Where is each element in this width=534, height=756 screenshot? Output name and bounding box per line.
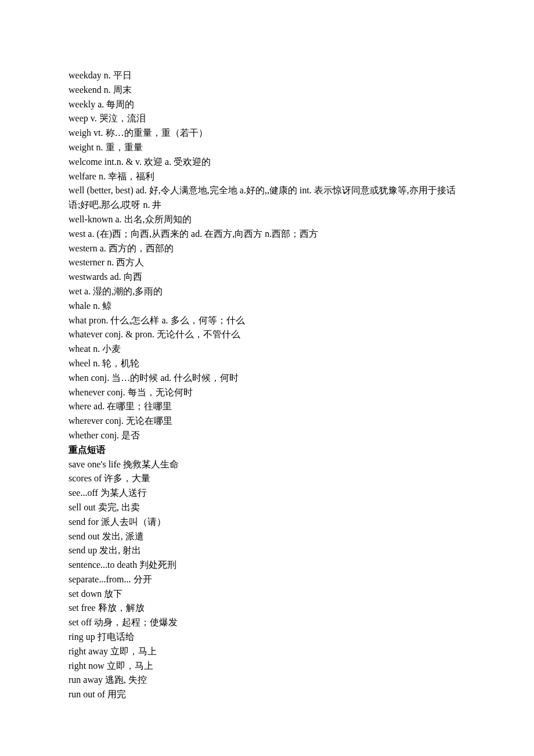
- phrase-entry: scores of 许多，大量: [68, 471, 466, 486]
- vocab-entry: wheel n. 轮，机轮: [68, 357, 466, 371]
- vocab-word: weekday: [68, 70, 102, 80]
- vocab-definition: 平日: [113, 70, 132, 80]
- vocab-entry: wet a. 湿的,潮的,多雨的: [68, 285, 466, 299]
- vocab-definition: 欢迎 a. 受欢迎的: [144, 157, 211, 167]
- vocab-definition: 无论在哪里: [126, 416, 172, 426]
- vocab-entry: west a. (在)西；向西,从西来的 ad. 在西方,向西方 n.西部；西方: [68, 227, 466, 242]
- vocab-pos: v.: [91, 113, 97, 123]
- phrase-definition: 卖完, 出卖: [98, 502, 140, 512]
- vocab-entry: westwards ad. 向西: [68, 270, 466, 285]
- vocab-definition: 小麦: [102, 344, 121, 354]
- vocab-entry: wherever conj. 无论在哪里: [68, 414, 466, 429]
- phrase-definition: 许多，大量: [104, 473, 150, 483]
- vocab-pos: n.: [104, 85, 111, 95]
- vocab-word: whether: [68, 430, 99, 440]
- phrase-definition: 立即，马上: [107, 661, 153, 671]
- vocab-word: whatever: [68, 329, 103, 339]
- vocab-entry: weigh vt. 称…的重量，重（若干）: [68, 126, 466, 141]
- phrase-entry: run away 逃跑, 失控: [68, 673, 466, 687]
- phrase-entry: separate...from... 分开: [68, 573, 466, 587]
- phrase-entry: save one's life 挽救某人生命: [68, 458, 466, 472]
- phrase-definition: 释放，解放: [98, 603, 145, 613]
- vocab-entry: weight n. 重，重量: [68, 141, 466, 155]
- phrase-entry: right away 立即，马上: [68, 645, 466, 659]
- vocab-word: weekend: [68, 85, 102, 95]
- phrase-definition: 动身，起程；使爆发: [94, 617, 178, 627]
- vocab-pos: vt.: [93, 128, 103, 138]
- vocab-entry: western a. 西方的，西部的: [68, 242, 466, 256]
- phrases-heading: 重点短语: [68, 443, 466, 458]
- document-page: weekday n. 平日weekend n. 周末weekly a. 每周的w…: [0, 0, 534, 756]
- vocab-word: well-known: [68, 214, 113, 224]
- vocab-entry: wheat n. 小麦: [68, 342, 466, 357]
- phrase-definition: 发出, 射出: [99, 545, 141, 555]
- phrase-definition: 用完: [107, 689, 126, 699]
- vocab-pos: a.: [88, 229, 94, 239]
- vocab-entry: welcome int.n. & v. 欢迎 a. 受欢迎的: [68, 155, 466, 170]
- vocab-entry: westerner n. 西方人: [68, 255, 466, 270]
- vocab-pos: ad.: [93, 401, 104, 411]
- phrase-text: separate...from...: [68, 574, 131, 584]
- phrase-text: sentence...to death: [68, 560, 137, 570]
- phrase-list: save one's life 挽救某人生命scores of 许多，大量see…: [68, 458, 466, 703]
- phrase-text: set off: [68, 617, 92, 627]
- vocab-pos: (better, best) ad.: [87, 185, 147, 195]
- phrase-text: send up: [68, 545, 97, 555]
- vocab-pos: a.: [84, 286, 91, 296]
- phrase-definition: 分开: [134, 574, 152, 584]
- vocab-entry: weekday n. 平日: [68, 69, 466, 83]
- vocab-pos: int.n. & v.: [104, 157, 142, 167]
- vocab-pos: a.: [100, 243, 106, 253]
- vocab-definition: 重，重量: [106, 142, 143, 152]
- vocab-definition: 什么,怎么样 a. 多么，何等；什么: [110, 315, 244, 325]
- vocab-definition: 每当，无论何时: [128, 387, 193, 397]
- phrase-text: set down: [68, 589, 102, 599]
- vocab-entry: weekend n. 周末: [68, 83, 466, 98]
- phrase-entry: send out 发出, 派遣: [68, 530, 466, 544]
- phrase-entry: set down 放下: [68, 587, 466, 602]
- phrase-definition: 为某人送行: [100, 488, 147, 498]
- vocab-word: welfare: [68, 171, 96, 181]
- vocab-pos: conj.: [101, 430, 120, 440]
- vocab-pos: conj.: [107, 387, 125, 397]
- vocab-definition: 出名,众所周知的: [124, 214, 192, 224]
- vocab-definition: 幸福，福利: [108, 171, 154, 181]
- phrase-entry: run out of 用完: [68, 687, 466, 702]
- vocab-entry: whenever conj. 每当，无论何时: [68, 386, 466, 400]
- phrase-definition: 挽救某人生命: [123, 459, 179, 469]
- vocab-pos: conj.: [106, 416, 124, 426]
- vocab-pos: pron.: [89, 315, 108, 325]
- phrase-entry: ring up 打电话给: [68, 630, 466, 645]
- phrase-definition: 逃跑, 失控: [105, 675, 147, 685]
- phrase-entry: set free 释放，解放: [68, 601, 466, 615]
- phrase-definition: 判处死刑: [139, 560, 176, 570]
- phrase-entry: see...off 为某人送行: [68, 486, 466, 501]
- vocab-definition: 轮，机轮: [102, 358, 139, 368]
- vocab-definition: 西方人: [116, 257, 144, 267]
- vocab-word: weep: [68, 113, 88, 123]
- vocab-word: where: [68, 401, 91, 411]
- vocab-definition: 向西: [124, 272, 142, 282]
- vocab-definition: 当…的时候 ad. 什么时候，何时: [111, 373, 239, 383]
- phrase-definition: 派人去叫（请）: [101, 517, 166, 527]
- vocab-word: weight: [68, 142, 94, 152]
- phrase-text: run out of: [68, 689, 105, 699]
- phrase-definition: 打电话给: [98, 632, 135, 642]
- vocab-word: when: [68, 373, 89, 383]
- phrase-text: scores of: [68, 473, 102, 483]
- phrase-text: set free: [68, 603, 96, 613]
- phrase-text: send for: [68, 517, 99, 527]
- vocab-word: whale: [68, 301, 91, 311]
- vocab-pos: n.: [93, 344, 100, 354]
- vocab-pos: n.: [107, 257, 114, 267]
- vocab-word: wheat: [68, 344, 91, 354]
- vocab-definition: 湿的,潮的,多雨的: [93, 286, 163, 296]
- phrase-text: send out: [68, 531, 100, 541]
- vocab-pos: ad.: [110, 272, 121, 282]
- vocab-pos: a.: [115, 214, 121, 224]
- phrase-text: ring up: [68, 632, 95, 642]
- vocab-word: west: [68, 229, 85, 239]
- phrase-definition: 立即，马上: [110, 646, 157, 656]
- phrase-entry: right now 立即，马上: [68, 659, 466, 674]
- vocab-definition: (在)西；向西,从西来的 ad. 在西方,向西方 n.西部；西方: [96, 229, 318, 239]
